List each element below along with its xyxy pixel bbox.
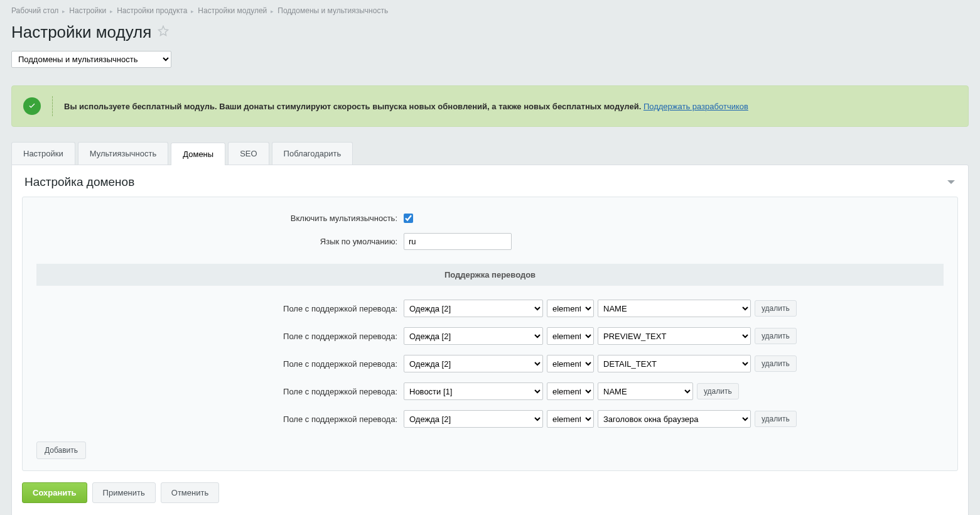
iblock-select[interactable]: Одежда [2] <box>404 300 543 317</box>
iblock-select[interactable]: Одежда [2] <box>404 355 543 372</box>
module-select[interactable]: Поддомены и мультиязычность <box>11 51 171 68</box>
tab-домены[interactable]: Домены <box>171 143 225 165</box>
field-select[interactable]: PREVIEW_TEXT <box>598 327 751 345</box>
field-select[interactable]: DETAIL_TEXT <box>598 355 751 372</box>
translation-row: Поле с поддержкой перевода:Одежда [2]ele… <box>36 295 944 322</box>
translation-row: Поле с поддержкой перевода:Новости [1]el… <box>36 377 944 405</box>
delete-button[interactable]: удалить <box>755 328 797 344</box>
delete-button[interactable]: удалить <box>755 300 797 317</box>
panel-title: Настройка доменов <box>24 175 134 189</box>
translation-row-label: Поле с поддержкой перевода: <box>36 332 404 341</box>
page-title: Настройки модуля <box>11 23 151 42</box>
field-select[interactable]: Заголовок окна браузера <box>598 410 751 428</box>
field-select[interactable]: NAME <box>598 300 751 317</box>
favorite-star-icon[interactable] <box>158 25 169 40</box>
translation-row-label: Поле с поддержкой перевода: <box>36 304 404 313</box>
scope-select[interactable]: element <box>547 355 594 372</box>
delete-button[interactable]: удалить <box>755 355 797 372</box>
breadcrumb-item[interactable]: Рабочий стол <box>11 6 58 15</box>
translation-row-label: Поле с поддержкой перевода: <box>36 415 404 424</box>
scope-select[interactable]: element <box>547 300 594 317</box>
info-alert: Вы используете бесплатный модуль. Ваши д… <box>11 85 969 127</box>
breadcrumb-item[interactable]: Настройки продукта <box>117 6 187 15</box>
breadcrumb: Рабочий стол▸Настройки▸Настройки продукт… <box>11 0 969 21</box>
tab-seo[interactable]: SEO <box>228 142 269 165</box>
breadcrumb-item[interactable]: Настройки модулей <box>198 6 267 15</box>
iblock-select[interactable]: Одежда [2] <box>404 410 543 428</box>
apply-button[interactable]: Применить <box>92 482 156 503</box>
panel: Настройка доменов Включить мультиязычнос… <box>11 165 969 515</box>
translation-row: Поле с поддержкой перевода:Одежда [2]ele… <box>36 350 944 377</box>
check-circle-icon <box>23 97 41 115</box>
field-select[interactable]: NAME <box>598 382 693 400</box>
default-lang-input[interactable] <box>404 233 512 250</box>
form-area: Включить мультиязычность: Язык по умолча… <box>22 197 958 471</box>
translation-row-label: Поле с поддержкой перевода: <box>36 387 404 396</box>
scope-select[interactable]: element <box>547 410 594 428</box>
translation-row: Поле с поддержкой перевода:Одежда [2]ele… <box>36 405 944 433</box>
scope-select[interactable]: element <box>547 327 594 345</box>
enable-multilang-label: Включить мультиязычность: <box>36 214 404 223</box>
breadcrumb-item[interactable]: Настройки <box>69 6 106 15</box>
section-header: Поддержка переводов <box>36 264 944 286</box>
translation-row: Поле с поддержкой перевода:Одежда [2]ele… <box>36 322 944 350</box>
breadcrumb-separator-icon: ▸ <box>191 8 194 14</box>
support-link[interactable]: Поддержать разработчиков <box>643 102 748 111</box>
tabs: НастройкиМультиязычностьДоменыSEOПоблаго… <box>11 142 969 165</box>
save-button[interactable]: Сохранить <box>22 482 87 503</box>
add-button[interactable]: Добавить <box>36 442 86 459</box>
cancel-button[interactable]: Отменить <box>161 482 219 503</box>
breadcrumb-separator-icon: ▸ <box>110 8 113 14</box>
breadcrumb-separator-icon: ▸ <box>62 8 65 14</box>
default-lang-label: Язык по умолчанию: <box>36 237 404 246</box>
alert-text: Вы используете бесплатный модуль. Ваши д… <box>64 102 641 111</box>
tab-мультиязычность[interactable]: Мультиязычность <box>78 142 169 165</box>
collapse-icon[interactable] <box>947 178 956 187</box>
iblock-select[interactable]: Одежда [2] <box>404 327 543 345</box>
delete-button[interactable]: удалить <box>697 383 739 399</box>
tab-настройки[interactable]: Настройки <box>11 142 75 165</box>
tab-поблагодарить[interactable]: Поблагодарить <box>272 142 353 165</box>
translation-row-label: Поле с поддержкой перевода: <box>36 359 404 369</box>
breadcrumb-separator-icon: ▸ <box>271 8 274 14</box>
enable-multilang-checkbox[interactable] <box>404 214 413 223</box>
delete-button[interactable]: удалить <box>755 411 797 427</box>
breadcrumb-item[interactable]: Поддомены и мультиязычность <box>277 6 388 15</box>
scope-select[interactable]: element <box>547 382 594 400</box>
iblock-select[interactable]: Новости [1] <box>404 382 543 400</box>
